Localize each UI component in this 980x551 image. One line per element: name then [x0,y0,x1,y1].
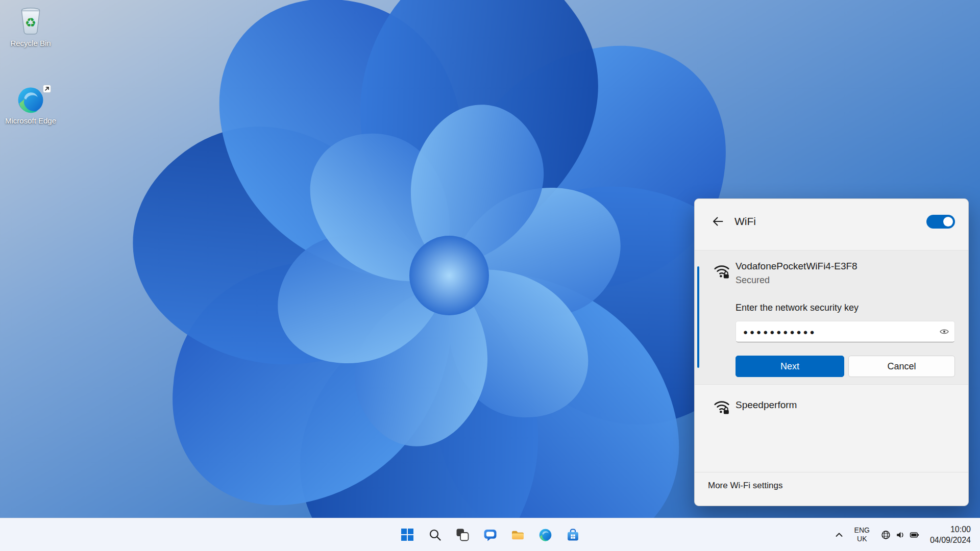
windows-desktop: ♻ Recycle Bin [0,0,980,551]
wifi-toggle[interactable] [926,215,955,229]
task-view-icon [456,528,469,541]
eye-icon[interactable] [939,327,950,337]
network-status: Secured [736,275,770,286]
chevron-up-icon [835,532,843,537]
more-wifi-settings-link[interactable]: More Wi-Fi settings [708,481,782,491]
wifi-secured-icon [713,262,730,279]
volume-icon [896,531,904,539]
cancel-button[interactable]: Cancel [848,356,955,377]
taskbar: ENG UK 10:00 [0,518,980,551]
file-explorer-icon [511,528,525,542]
security-key-input[interactable] [736,321,955,342]
desktop-icon-label: Microsoft Edge [4,116,57,126]
back-button[interactable] [708,212,727,231]
network-name: VodafonePocketWiFi4-E3F8 [736,261,857,272]
edge-button[interactable] [533,523,557,546]
desktop-icon-label: Recycle Bin [4,38,57,48]
security-key-prompt: Enter the network security key [736,303,859,313]
wifi-panel-header: WiFi [695,199,968,244]
language-indicator[interactable]: ENG UK [850,524,874,545]
network-name: Speedperform [736,399,797,411]
time-text: 10:00 [950,524,971,535]
show-hidden-icons-button[interactable] [830,523,848,546]
panel-title: WiFi [734,215,756,228]
microsoft-store-button[interactable] [561,523,584,546]
search-icon [428,528,442,541]
selection-accent-bar [697,266,699,368]
footer-divider [695,472,968,472]
shortcut-arrow-icon [43,85,51,93]
search-button[interactable] [423,523,447,546]
desktop-icon-recycle-bin[interactable]: ♻ Recycle Bin [4,5,57,48]
desktop-icon-microsoft-edge[interactable]: Microsoft Edge [4,86,57,126]
clock[interactable]: 10:00 04/09/2024 [926,522,976,547]
security-key-field-wrap [736,321,955,342]
windows-start-icon [401,528,414,541]
microsoft-store-icon [566,528,580,542]
edge-icon [538,528,552,542]
next-button[interactable]: Next [736,356,844,377]
date-text: 04/09/2024 [930,535,971,545]
svg-text:♻: ♻ [25,15,36,30]
globe-icon [881,530,891,540]
language-line1: ENG [854,526,870,535]
chat-icon [483,528,497,542]
recycle-bin-icon: ♻ [4,5,57,37]
edge-icon [4,86,57,114]
wifi-network-item[interactable]: Speedperform [695,390,968,422]
wifi-secured-icon [713,397,730,415]
toggle-knob [943,217,953,227]
wifi-flyout-panel: WiFi VodafonePocketWiFi4-E3F8 Secured En… [694,198,969,506]
task-view-button[interactable] [451,523,474,546]
back-arrow-icon [711,215,724,228]
system-tray: ENG UK 10:00 [830,518,976,551]
file-explorer-button[interactable] [506,523,529,546]
start-button[interactable] [396,523,419,546]
language-line2: UK [857,535,867,543]
battery-icon [910,531,919,539]
chat-button[interactable] [478,523,502,546]
taskbar-center-icons [396,518,584,551]
wifi-network-item-selected[interactable]: VodafonePocketWiFi4-E3F8 Secured Enter t… [695,250,968,385]
network-volume-battery-button[interactable] [876,526,924,544]
